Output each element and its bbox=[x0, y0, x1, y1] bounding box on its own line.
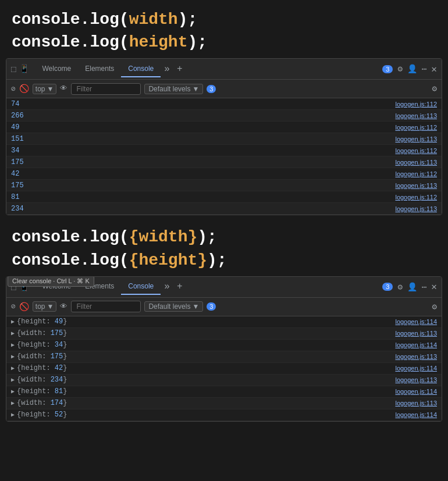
error-badge-2: 3 bbox=[382, 283, 393, 291]
table-row: 34 logogen.js:112 bbox=[6, 145, 442, 156]
tab-plus-1[interactable]: + bbox=[173, 62, 186, 77]
tab-welcome-1[interactable]: Welcome bbox=[35, 61, 78, 77]
user-icon-2[interactable]: 👤 bbox=[407, 282, 417, 292]
devtools-tabs-1: Welcome Elements Console » + bbox=[35, 61, 380, 77]
expand-arrow[interactable]: ▶ bbox=[11, 341, 15, 348]
dropdown-arrow-1: ▼ bbox=[47, 85, 54, 93]
settings-icon-2[interactable]: ⚙ bbox=[397, 282, 402, 292]
settings-icon-1[interactable]: ⚙ bbox=[397, 64, 402, 74]
code-block-1: console.log(width); console.log(height); bbox=[0, 0, 448, 58]
ban-icon-2[interactable]: 🚫 bbox=[19, 302, 29, 312]
levels-selector-2[interactable]: Default levels ▼ bbox=[144, 301, 203, 312]
row-source[interactable]: logogen.js:114 bbox=[395, 411, 437, 418]
row-source[interactable]: logogen.js:114 bbox=[395, 341, 437, 348]
row-source[interactable]: logogen.js:112 bbox=[395, 170, 437, 177]
levels-badge-2: 3 bbox=[207, 302, 216, 311]
expand-arrow[interactable]: ▶ bbox=[11, 400, 15, 407]
row-value: 81 bbox=[11, 193, 395, 201]
devtools-header-right-1: 3 ⚙ 👤 ⋯ ✕ bbox=[382, 63, 437, 75]
code-block-2: console.log({width}); console.log({heigh… bbox=[0, 220, 448, 276]
tab-plus-2[interactable]: + bbox=[173, 279, 186, 294]
row-source[interactable]: logogen.js:114 bbox=[395, 365, 437, 372]
expand-arrow[interactable]: ▶ bbox=[11, 330, 15, 337]
table-row: ▶ {height: 49} logogen.js:114 bbox=[6, 316, 442, 328]
tab-console-1[interactable]: Console bbox=[121, 61, 161, 77]
devtools-toolbar-1: ⊘ 🚫 top ▼ 👁 Default levels ▼ 3 ⚙ bbox=[6, 80, 442, 98]
row-source[interactable]: logogen.js:114 bbox=[395, 318, 437, 325]
devtools-header-1: ⬚ 📱 Welcome Elements Console » + 3 ⚙ 👤 ⋯… bbox=[6, 59, 442, 80]
code-text: console.log( bbox=[12, 10, 129, 28]
console-gear-1[interactable]: ⚙ bbox=[432, 84, 437, 94]
row-source[interactable]: logogen.js:112 bbox=[395, 147, 437, 154]
close-icon-2[interactable]: ✕ bbox=[431, 281, 437, 293]
row-source[interactable]: logogen.js:112 bbox=[395, 124, 437, 131]
row-source[interactable]: logogen.js:114 bbox=[395, 388, 437, 395]
close-icon-1[interactable]: ✕ bbox=[431, 63, 437, 75]
code-brace-close-2: } bbox=[197, 251, 207, 269]
row-source[interactable]: logogen.js:112 bbox=[395, 101, 437, 108]
levels-label-1: Default levels bbox=[148, 85, 190, 93]
expand-arrow[interactable]: ▶ bbox=[11, 376, 15, 383]
table-row: ▶ {height: 52} logogen.js:114 bbox=[6, 409, 442, 421]
row-value: {height: 52} bbox=[17, 411, 395, 419]
code-line-1: console.log(width); bbox=[12, 8, 436, 31]
levels-selector-1[interactable]: Default levels ▼ bbox=[144, 84, 203, 94]
row-value: 151 bbox=[11, 135, 395, 143]
row-source[interactable]: logogen.js:112 bbox=[395, 194, 437, 201]
tab-more-2[interactable]: » bbox=[161, 279, 173, 294]
row-source[interactable]: logogen.js:113 bbox=[395, 353, 437, 360]
context-selector-2[interactable]: top ▼ bbox=[33, 301, 57, 312]
table-row: 175 logogen.js:113 bbox=[6, 180, 442, 191]
row-value: {height: 34} bbox=[17, 341, 395, 349]
dropdown-arrow-2: ▼ bbox=[47, 302, 54, 311]
expand-arrow[interactable]: ▶ bbox=[11, 365, 15, 372]
row-value: {width: 234} bbox=[17, 376, 395, 384]
code-param-width: width bbox=[129, 10, 178, 28]
table-row: 81 logogen.js:112 bbox=[6, 191, 442, 203]
levels-label-2: Default levels bbox=[148, 302, 190, 311]
console-output-2: ▶ {height: 49} logogen.js:114 ▶ {width: … bbox=[6, 316, 442, 421]
more-icon-1[interactable]: ⋯ bbox=[422, 64, 426, 74]
code-brace-open-1: { bbox=[129, 228, 139, 246]
expand-arrow[interactable]: ▶ bbox=[11, 388, 15, 395]
row-source[interactable]: logogen.js:113 bbox=[395, 400, 437, 407]
row-source[interactable]: logogen.js:113 bbox=[395, 330, 437, 337]
row-source[interactable]: logogen.js:113 bbox=[395, 205, 437, 212]
filter-input-1[interactable] bbox=[71, 83, 141, 95]
eye-icon-1[interactable]: 👁 bbox=[60, 84, 67, 93]
clear-console-icon-2[interactable]: ⊘ bbox=[11, 302, 16, 311]
tab-elements-1[interactable]: Elements bbox=[78, 61, 121, 77]
code-param-height-2: height bbox=[138, 251, 197, 269]
clear-console-icon-1[interactable]: ⊘ bbox=[11, 84, 16, 94]
context-selector-1[interactable]: top ▼ bbox=[33, 84, 57, 94]
expand-arrow[interactable]: ▶ bbox=[11, 411, 15, 418]
row-value: 175 bbox=[11, 158, 395, 166]
code-param-height: height bbox=[129, 33, 188, 51]
row-source[interactable]: logogen.js:113 bbox=[395, 159, 437, 166]
table-row: 49 logogen.js:112 bbox=[6, 122, 442, 133]
eye-icon-2[interactable]: 👁 bbox=[60, 302, 67, 311]
tab-console-2[interactable]: Console bbox=[121, 279, 161, 295]
devtools-icons: ⬚ 📱 bbox=[11, 64, 29, 74]
row-source[interactable]: logogen.js:113 bbox=[395, 136, 437, 142]
table-row: ▶ {width: 175} logogen.js:113 bbox=[6, 328, 442, 340]
more-icon-2[interactable]: ⋯ bbox=[422, 282, 426, 292]
console-gear-2[interactable]: ⚙ bbox=[432, 302, 437, 312]
user-icon-1[interactable]: 👤 bbox=[407, 64, 417, 74]
table-row: 175 logogen.js:113 bbox=[6, 156, 442, 168]
expand-arrow[interactable]: ▶ bbox=[11, 353, 15, 360]
row-source[interactable]: logogen.js:113 bbox=[395, 376, 437, 383]
code-text-2: console.log( bbox=[12, 33, 129, 51]
filter-input-2[interactable] bbox=[71, 301, 141, 312]
device-icon[interactable]: 📱 bbox=[19, 64, 29, 74]
ban-icon-1[interactable]: 🚫 bbox=[19, 84, 29, 94]
expand-arrow[interactable]: ▶ bbox=[11, 318, 15, 325]
table-row: 266 logogen.js:113 bbox=[6, 110, 442, 122]
row-source[interactable]: logogen.js:113 bbox=[395, 182, 437, 189]
code-text-3: console.log( bbox=[12, 228, 129, 246]
error-badge-1: 3 bbox=[382, 65, 393, 73]
inspect-icon[interactable]: ⬚ bbox=[11, 64, 16, 74]
row-source[interactable]: logogen.js:113 bbox=[395, 112, 437, 119]
tab-more-1[interactable]: » bbox=[161, 62, 173, 77]
code-line-3: console.log({width}); bbox=[12, 226, 436, 248]
